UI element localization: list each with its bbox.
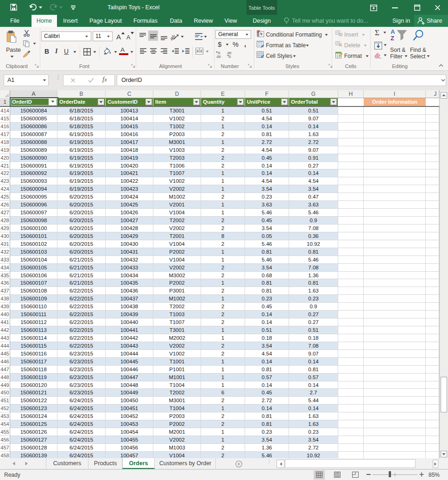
- svg-text:.00: .00: [216, 55, 221, 58]
